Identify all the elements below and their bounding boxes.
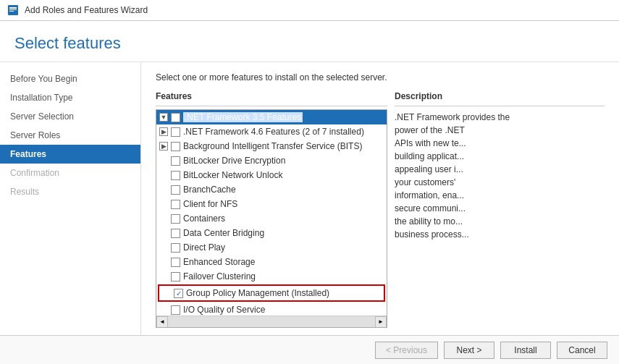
sidebar-item-results: Results	[0, 182, 140, 201]
main-container: Select features Before You BeginInstalla…	[0, 21, 619, 364]
sidebar-item-installation-type[interactable]: Installation Type	[0, 88, 140, 107]
title-bar-text: Add Roles and Features Wizard	[25, 5, 148, 15]
checkbox-failover[interactable]	[171, 272, 180, 282]
features-list[interactable]: ▼.NET Framework 3.5 Features▶.NET Framew…	[156, 110, 387, 316]
instruction-text: Select one or more features to install o…	[141, 62, 619, 88]
feature-label-failover: Failover Clustering	[183, 271, 256, 282]
no-expand-direct-play	[159, 243, 168, 252]
sidebar: Before You BeginInstallation TypeServer …	[0, 62, 141, 335]
feature-label-bitlocker-drive: BitLocker Drive Encryption	[183, 156, 285, 166]
feature-item-bitlocker-drive[interactable]: BitLocker Drive Encryption	[156, 153, 387, 168]
sidebar-item-before-you-begin[interactable]: Before You Begin	[0, 69, 140, 88]
scroll-track-h[interactable]	[168, 316, 375, 327]
bottom-bar: < Previous Next > Install Cancel	[0, 335, 619, 364]
feature-label-direct-play: Direct Play	[183, 242, 225, 253]
red-border-group-policy: ✓Group Policy Management (Installed)	[158, 284, 385, 302]
expand-btn-net35[interactable]: ▼	[159, 113, 168, 122]
checkbox-direct-play[interactable]	[171, 243, 180, 253]
expand-btn-net46[interactable]: ▶	[159, 127, 168, 136]
features-panel: Features ▼.NET Framework 3.5 Features▶.N…	[156, 88, 387, 328]
no-expand-group-policy	[162, 289, 171, 297]
feature-item-net46[interactable]: ▶.NET Framework 4.6 Features (2 of 7 ins…	[156, 124, 387, 139]
feature-label-group-policy: Group Policy Management (Installed)	[186, 288, 329, 298]
feature-label-io-quality: I/O Quality of Service	[183, 305, 265, 315]
checkbox-bits[interactable]	[171, 142, 180, 151]
feature-item-client-nfs[interactable]: Client for NFS	[156, 197, 387, 211]
feature-item-net35[interactable]: ▼.NET Framework 3.5 Features	[156, 110, 387, 124]
feature-item-direct-play[interactable]: Direct Play	[156, 240, 387, 255]
features-area: Features ▼.NET Framework 3.5 Features▶.N…	[141, 88, 619, 335]
feature-item-bits[interactable]: ▶Background Intelligent Transfer Service…	[156, 139, 387, 153]
page-title: Select features	[0, 21, 619, 62]
svg-rect-2	[9, 9, 17, 10]
features-list-container: ▼.NET Framework 3.5 Features▶.NET Framew…	[156, 109, 387, 328]
no-expand-io-quality	[159, 305, 168, 314]
scroll-left-arrow[interactable]: ◄	[156, 316, 168, 328]
next-button[interactable]: Next >	[444, 342, 494, 359]
cancel-button[interactable]: Cancel	[557, 342, 607, 359]
feature-label-bits: Background Intelligent Transfer Service …	[183, 141, 362, 151]
checkbox-bitlocker-network[interactable]	[171, 171, 180, 180]
features-panel-header: Features	[156, 88, 387, 106]
previous-button[interactable]: < Previous	[375, 342, 438, 359]
sidebar-item-server-roles[interactable]: Server Roles	[0, 126, 140, 145]
sidebar-item-features[interactable]: Features	[0, 145, 140, 164]
checkbox-net35[interactable]	[171, 113, 180, 122]
no-expand-bitlocker-network	[159, 171, 168, 179]
wizard-icon	[7, 4, 19, 16]
no-expand-data-center	[159, 229, 168, 237]
checkbox-net46[interactable]	[171, 127, 180, 137]
sidebar-item-server-selection[interactable]: Server Selection	[0, 107, 140, 126]
svg-rect-1	[9, 7, 17, 9]
checkbox-branchcache[interactable]	[171, 185, 180, 195]
desc-text: .NET Framework provides thepower of the …	[395, 111, 605, 241]
install-button[interactable]: Install	[500, 342, 551, 359]
feature-item-bitlocker-network[interactable]: BitLocker Network Unlock	[156, 168, 387, 182]
feature-item-enhanced-storage[interactable]: Enhanced Storage	[156, 255, 387, 269]
svg-rect-3	[9, 11, 14, 12]
checkbox-containers[interactable]	[171, 214, 180, 224]
sidebar-item-confirmation: Confirmation	[0, 164, 140, 182]
scroll-right-arrow[interactable]: ►	[375, 316, 387, 328]
checkbox-io-quality[interactable]	[171, 305, 180, 315]
no-expand-branchcache	[159, 185, 168, 194]
feature-label-data-center: Data Center Bridging	[183, 228, 264, 238]
no-expand-containers	[159, 214, 168, 223]
feature-label-net35: .NET Framework 3.5 Features	[183, 112, 303, 122]
title-bar: Add Roles and Features Wizard	[0, 0, 619, 21]
feature-item-containers[interactable]: Containers	[156, 211, 387, 226]
feature-label-branchcache: BranchCache	[183, 185, 236, 195]
content-area: Before You BeginInstallation TypeServer …	[0, 62, 619, 335]
no-expand-bitlocker-drive	[159, 156, 168, 165]
expand-btn-bits[interactable]: ▶	[159, 142, 168, 151]
checkbox-data-center[interactable]	[171, 229, 180, 238]
feature-item-group-policy[interactable]: ✓Group Policy Management (Installed)	[159, 286, 384, 300]
description-panel: Description .NET Framework provides thep…	[395, 88, 605, 328]
checkbox-group-policy[interactable]: ✓	[174, 289, 183, 298]
feature-label-enhanced-storage: Enhanced Storage	[183, 257, 255, 267]
main-content: Select one or more features to install o…	[141, 62, 619, 335]
feature-label-client-nfs: Client for NFS	[183, 199, 237, 209]
feature-label-net46: .NET Framework 4.6 Features (2 of 7 inst…	[183, 127, 364, 137]
no-expand-client-nfs	[159, 200, 168, 208]
checkbox-bitlocker-drive[interactable]	[171, 156, 180, 166]
no-expand-enhanced-storage	[159, 258, 168, 266]
feature-item-data-center[interactable]: Data Center Bridging	[156, 226, 387, 240]
feature-label-containers: Containers	[183, 213, 225, 224]
scroll-bottom: ◄ ►	[156, 316, 387, 327]
feature-item-failover[interactable]: Failover Clustering	[156, 269, 387, 284]
feature-item-io-quality[interactable]: I/O Quality of Service	[156, 302, 387, 316]
no-expand-failover	[159, 272, 168, 281]
feature-item-branchcache[interactable]: BranchCache	[156, 182, 387, 197]
checkbox-enhanced-storage[interactable]	[171, 258, 180, 267]
checkbox-client-nfs[interactable]	[171, 200, 180, 209]
desc-header: Description	[395, 88, 605, 106]
feature-label-bitlocker-network: BitLocker Network Unlock	[183, 170, 282, 180]
